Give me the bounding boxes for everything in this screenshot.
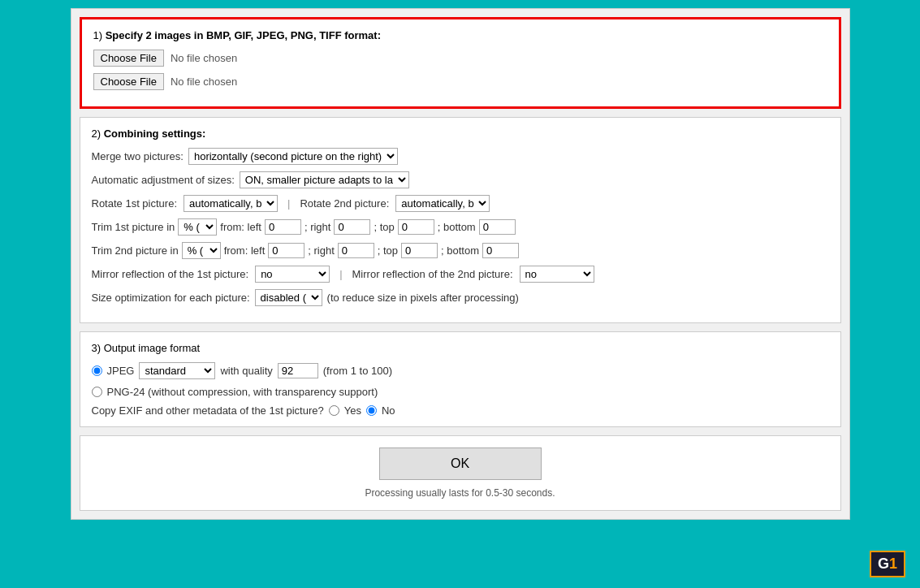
file-2-row: Choose File No file chosen: [93, 73, 827, 90]
trim2-label: Trim 2nd picture in: [92, 244, 179, 257]
trim1-unit-select[interactable]: % ( px (: [178, 218, 217, 236]
quality-with-label: with quality: [220, 365, 272, 377]
jpeg-row: JPEG standard progressive with quality (…: [92, 362, 829, 379]
rotate1-select[interactable]: automatically, b 0° 90° 180° 270°: [184, 195, 278, 212]
section-1-text: Specify 2 images in BMP, GIF, JPEG, PNG,…: [102, 29, 381, 41]
section-3: 3) Output image format JPEG standard pro…: [80, 331, 841, 427]
exif-no-label: No: [382, 404, 395, 417]
merge-label: Merge two pictures:: [92, 150, 184, 162]
trim2-left-input[interactable]: [268, 243, 305, 258]
exif-yes-radio[interactable]: [329, 405, 339, 416]
trim1-from-label: from: left: [220, 221, 261, 233]
trim2-row: Trim 2nd picture in % ( px ( from: left …: [92, 242, 829, 259]
file-1-row: Choose File No file chosen: [93, 50, 827, 67]
trim2-unit-select[interactable]: % ( px (: [182, 242, 221, 259]
section-2: 2) Combining settings: Merge two picture…: [80, 117, 841, 323]
trim2-from-label: from: left: [224, 244, 266, 257]
auto-adjust-select[interactable]: ON, smaller picture adapts to la OFF: [240, 171, 409, 188]
trim1-bottom-label: ; bottom: [438, 221, 476, 233]
trim1-bottom-input[interactable]: [479, 219, 516, 235]
section-3-num: 3): [92, 342, 102, 354]
exif-label: Copy EXIF and other metadata of the 1st …: [92, 404, 324, 417]
size-opt-note: (to reduce size in pixels after processi…: [327, 292, 519, 304]
file-2-status: No file chosen: [171, 76, 237, 88]
ok-section: OK Processing usually lasts for 0.5-30 s…: [80, 435, 841, 511]
trim2-bottom-input[interactable]: [482, 243, 519, 258]
rotate2-select[interactable]: automatically, b 0° 90° 180° 270°: [395, 195, 490, 212]
rotate1-label: Rotate 1st picture:: [92, 197, 178, 210]
trim1-left-input[interactable]: [265, 219, 301, 235]
section-1: 1) Specify 2 images in BMP, GIF, JPEG, P…: [80, 17, 841, 109]
trim1-label: Trim 1st picture in: [92, 221, 175, 233]
trim2-top-input[interactable]: [401, 243, 438, 258]
exif-no-radio[interactable]: [366, 405, 377, 416]
trim1-right-input[interactable]: [334, 219, 370, 235]
file-1-status: No file chosen: [171, 52, 237, 64]
quality-input[interactable]: [278, 363, 318, 378]
brand-logo: G1: [863, 547, 912, 580]
brand-box: G1: [870, 551, 905, 577]
section-3-text: Output image format: [104, 342, 201, 354]
exif-yes-label: Yes: [344, 404, 361, 417]
png-radio[interactable]: [92, 387, 102, 397]
section-2-title: 2) Combining settings:: [92, 128, 829, 140]
ok-button[interactable]: OK: [379, 447, 542, 480]
pipe-divider-2: |: [339, 268, 342, 280]
rotate-row: Rotate 1st picture: automatically, b 0° …: [92, 195, 829, 212]
png-label: PNG-24 (without compression, with transp…: [107, 386, 378, 398]
trim2-bottom-label: ; bottom: [441, 244, 479, 257]
trim1-top-label: ; top: [374, 221, 394, 233]
rotate2-label: Rotate 2nd picture:: [300, 197, 389, 210]
trim1-right-label: ; right: [305, 221, 331, 233]
mirror2-select[interactable]: no horizontally vertically: [520, 266, 594, 283]
auto-adjust-row: Automatic adjustment of sizes: ON, small…: [92, 171, 829, 188]
jpeg-label: JPEG: [107, 365, 135, 377]
section-3-title: 3) Output image format: [92, 342, 829, 354]
mirror2-label: Mirror reflection of the 2nd picture:: [352, 268, 513, 280]
size-opt-row: Size optimization for each picture: disa…: [92, 289, 829, 306]
size-opt-select[interactable]: disabled ( enabled: [255, 289, 322, 306]
merge-row: Merge two pictures: horizontally (second…: [92, 148, 829, 165]
section-2-text: Combining settings:: [104, 128, 206, 140]
mirror-row: Mirror reflection of the 1st picture: no…: [92, 266, 829, 283]
quality-range-label: (from 1 to 100): [323, 365, 392, 377]
mirror1-select[interactable]: no horizontally vertically: [255, 266, 330, 283]
mirror1-label: Mirror reflection of the 1st picture:: [92, 268, 249, 280]
choose-file-2-button[interactable]: Choose File: [93, 73, 164, 90]
jpeg-type-select[interactable]: standard progressive: [139, 362, 215, 379]
trim1-top-input[interactable]: [398, 219, 434, 235]
main-container: 1) Specify 2 images in BMP, GIF, JPEG, P…: [71, 8, 850, 520]
size-opt-label: Size optimization for each picture:: [92, 292, 250, 304]
trim1-row: Trim 1st picture in % ( px ( from: left …: [92, 218, 829, 236]
processing-note: Processing usually lasts for 0.5-30 seco…: [365, 487, 555, 499]
trim2-right-label: ; right: [308, 244, 335, 257]
jpeg-radio[interactable]: [92, 365, 102, 376]
trim2-top-label: ; top: [378, 244, 398, 257]
section-2-num: 2): [92, 128, 102, 140]
pipe-divider-1: |: [287, 197, 290, 210]
choose-file-1-button[interactable]: Choose File: [93, 50, 164, 67]
png-row: PNG-24 (without compression, with transp…: [92, 386, 829, 398]
section-1-num: 1): [93, 29, 103, 41]
merge-select[interactable]: horizontally (second picture on the righ…: [188, 148, 398, 165]
section-1-title: 1) Specify 2 images in BMP, GIF, JPEG, P…: [93, 29, 827, 41]
trim2-right-input[interactable]: [338, 243, 374, 258]
exif-row: Copy EXIF and other metadata of the 1st …: [92, 404, 829, 417]
auto-adjust-label: Automatic adjustment of sizes:: [92, 174, 235, 186]
